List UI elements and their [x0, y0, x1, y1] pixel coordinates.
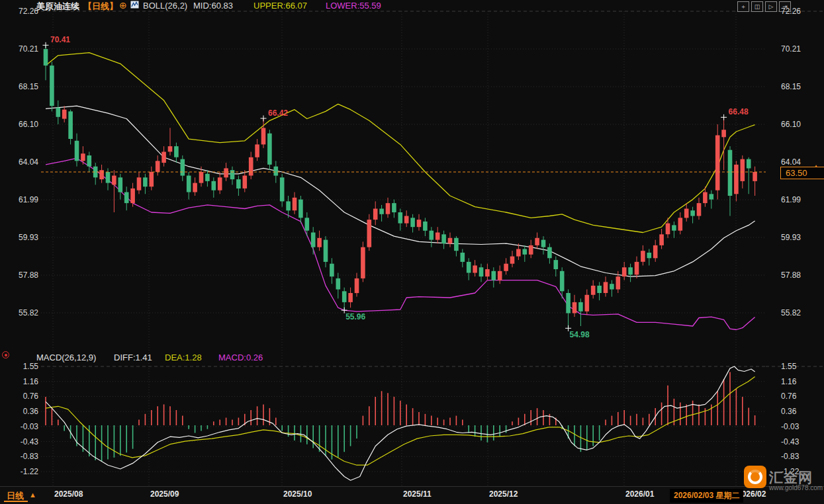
axis-label: 61.99	[1, 195, 38, 204]
axis-label: 55.82	[1, 308, 38, 317]
axis-label: 72.26	[1, 7, 38, 16]
boll-mid-value: MID:60.83	[193, 1, 233, 11]
axis-label: 1.55	[1, 362, 38, 371]
candlestick-chart-canvas[interactable]	[0, 0, 824, 504]
watermark-site-url: www.gold678.com	[769, 484, 823, 491]
watermark: 汇金网 www.gold678.com	[744, 466, 823, 496]
symbol-name[interactable]: 美原油连续	[36, 1, 79, 13]
axis-label: 70.21	[781, 44, 801, 54]
macd-macd-value: MACD:0.26	[218, 353, 263, 362]
period-dropdown-arrow-icon[interactable]: ▲	[29, 491, 36, 499]
axis-label: 0.76	[1, 392, 38, 401]
pane-layout-icon[interactable]: ◫	[751, 1, 763, 12]
axis-label: 0.36	[781, 407, 796, 416]
axis-label: 64.04	[781, 157, 801, 167]
period-active-underline	[4, 501, 28, 502]
crosshair-date-box: 2026/02/03 星期二	[670, 489, 743, 503]
boll-upper-value: UPPER:66.07	[253, 1, 307, 11]
axis-label: 66.10	[1, 120, 38, 129]
axis-label: 57.88	[781, 271, 801, 280]
axis-label: 68.15	[781, 82, 801, 91]
boll-indicator-label[interactable]: BOLL(26,2)	[143, 1, 187, 11]
axis-label: 1.16	[781, 377, 796, 386]
axis-label: 70.21	[1, 44, 38, 54]
time-axis-month-label: 2025/09	[150, 489, 179, 499]
macd-dea-value: DEA:1.28	[165, 353, 202, 362]
axis-label: -0.83	[1, 452, 38, 461]
time-axis-month-label: 2025/12	[489, 489, 518, 499]
axis-label: -0.43	[1, 437, 38, 446]
site-logo-icon	[744, 466, 766, 488]
trading-app-screen: 美原油连续 【日线】 ⊕ BOLL(26,2) MID:60.83 UPPER:…	[0, 0, 824, 504]
axis-label: -1.22	[1, 467, 38, 476]
swing-high-label: 70.41	[50, 35, 70, 44]
axis-label: 0.76	[781, 392, 796, 401]
period-tag[interactable]: 【日线】	[83, 1, 118, 13]
macd-indicator-label[interactable]: MACD(26,12,9)	[36, 353, 96, 362]
time-axis-month-label: 2025/11	[403, 489, 432, 499]
axis-label: -0.83	[781, 452, 799, 461]
axis-label: 64.04	[1, 157, 38, 167]
swing-high-label: 66.48	[729, 107, 749, 116]
swing-low-label: 54.98	[570, 330, 590, 339]
add-indicator-icon[interactable]: ⊕	[119, 0, 127, 11]
chart-header: 美原油连续 【日线】 ⊕ BOLL(26,2) MID:60.83 UPPER:…	[0, 1, 824, 11]
time-axis-month-label: 2026/01	[625, 489, 654, 499]
axis-label: 59.93	[1, 233, 38, 242]
boll-lower-value: LOWER:55.59	[326, 1, 381, 11]
axis-label: -0.03	[1, 422, 38, 431]
swing-high-label: 66.42	[268, 108, 288, 118]
axis-label: 59.93	[781, 233, 801, 242]
crosshair-icon[interactable]: ＋	[737, 1, 749, 12]
axis-label: 1.55	[781, 362, 796, 371]
indicator-play-icon[interactable]: ▷	[765, 1, 777, 12]
time-axis-month-label: 2025/10	[283, 489, 312, 499]
swing-low-label: 55.96	[345, 312, 365, 321]
axis-label: 1.16	[1, 377, 38, 386]
axis-label: 68.15	[1, 82, 38, 91]
axis-label: 66.10	[781, 120, 801, 129]
axis-label: 72.26	[781, 7, 801, 16]
axis-label: 57.88	[1, 271, 38, 280]
last-price-tag[interactable]: 63.50	[780, 167, 824, 179]
macd-diff-value: DIFF:1.41	[114, 353, 152, 362]
axis-label: 0.36	[1, 407, 38, 416]
time-axis-month-label: 2025/08	[54, 489, 83, 499]
axis-label: -0.43	[781, 437, 799, 446]
macd-header: MACD(26,12,9) DIFF:1.41 DEA:1.28 MACD:0.…	[0, 353, 824, 362]
axis-label: 61.99	[781, 195, 801, 204]
axis-label: -0.03	[781, 422, 799, 431]
axis-label: 55.82	[781, 308, 801, 317]
